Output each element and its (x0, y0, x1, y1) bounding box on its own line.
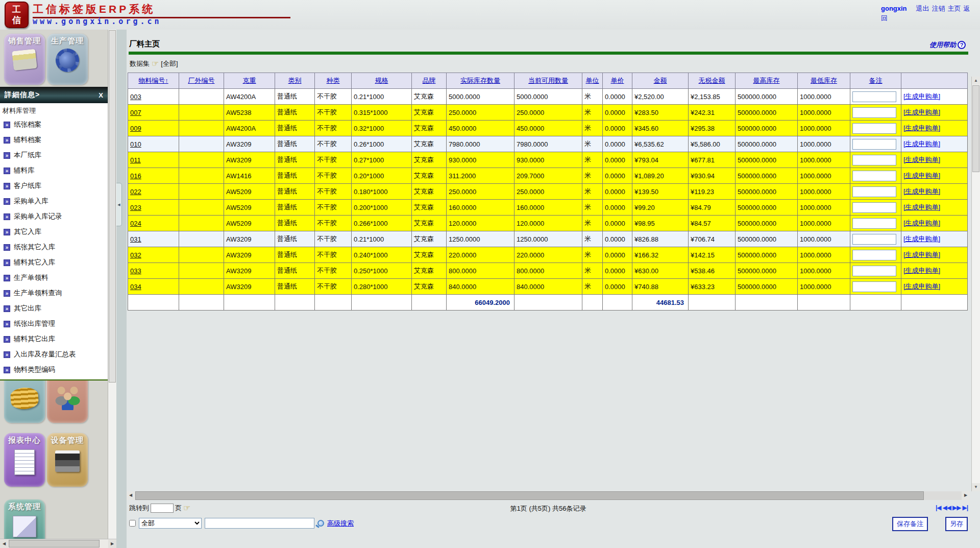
column-header[interactable]: 备注 (850, 73, 901, 89)
close-icon[interactable]: X (99, 91, 104, 99)
remark-input[interactable] (852, 266, 896, 276)
sidebar-item[interactable]: »其它入库 (0, 224, 108, 240)
sidebar-item[interactable]: »本厂纸库 (0, 148, 108, 163)
column-header[interactable]: 单价 (603, 73, 632, 89)
column-header[interactable]: 类别 (275, 73, 315, 89)
generate-purchase-request-link[interactable]: [生成申购单] (903, 156, 940, 163)
sidebar-item[interactable]: »纸张档案 (0, 117, 108, 132)
top-link[interactable]: 注销 (932, 5, 945, 12)
sidebar-item[interactable]: »物料类型编码 (0, 362, 108, 377)
remark-input[interactable] (852, 139, 896, 150)
material-id-link[interactable]: 023 (130, 204, 141, 211)
column-header[interactable]: 最高库存 (736, 73, 798, 89)
search-input[interactable] (205, 518, 314, 529)
generate-purchase-request-link[interactable]: [生成申购单] (903, 92, 940, 100)
generate-purchase-request-link[interactable]: [生成申购单] (903, 172, 940, 179)
remark-input[interactable] (852, 171, 896, 181)
generate-purchase-request-link[interactable]: [生成申购单] (903, 187, 940, 195)
column-header[interactable]: 金额 (632, 73, 689, 89)
panel-splitter[interactable]: ◀ (116, 30, 127, 548)
sidebar-item[interactable]: »其它出库 (0, 301, 108, 316)
main-hscroll-thumb[interactable] (135, 491, 924, 500)
remark-input[interactable] (852, 202, 896, 213)
sidebar-item[interactable]: »辅料库 (0, 163, 108, 178)
top-link[interactable]: 退出 (916, 5, 929, 12)
column-header[interactable]: 克重 (224, 73, 275, 89)
main-scroll-right-icon[interactable]: ▶ (962, 491, 970, 500)
material-id-link[interactable]: 010 (130, 140, 141, 148)
material-id-link[interactable]: 022 (130, 188, 141, 196)
column-header[interactable]: 物料编号↑ (128, 73, 179, 89)
tile-device-management[interactable]: 设备管理 (47, 433, 88, 487)
remark-input[interactable] (852, 123, 896, 134)
material-id-link[interactable]: 007 (130, 109, 141, 116)
material-id-link[interactable]: 032 (130, 251, 141, 259)
main-vertical-scrollbar[interactable]: ▲ ▼ (971, 77, 980, 491)
collapse-sidebar-icon[interactable]: ◀ (116, 183, 122, 226)
generate-purchase-request-link[interactable]: [生成申购单] (903, 235, 940, 243)
pointing-hand-icon[interactable]: ☞ (183, 505, 190, 512)
sidebar-hscroll-thumb[interactable] (9, 540, 100, 547)
remark-input[interactable] (852, 91, 896, 102)
remark-input[interactable] (852, 155, 896, 165)
material-id-link[interactable]: 034 (130, 283, 141, 291)
sidebar-item[interactable]: »辅料其它出库 (0, 331, 108, 347)
column-header[interactable]: 最低库存 (798, 73, 850, 89)
tile-sales-management[interactable]: 销售管理 (4, 34, 45, 85)
main-scroll-down-icon[interactable]: ▼ (972, 483, 980, 491)
filter-select[interactable]: 全部 (139, 518, 202, 529)
question-mark-icon[interactable]: ? (958, 41, 966, 49)
sidebar-item[interactable]: »辅料其它入库 (0, 255, 108, 270)
material-id-link[interactable]: 016 (130, 172, 141, 180)
prev-page-icon[interactable]: ◀◀ (942, 504, 950, 511)
sidebar-item[interactable]: »生产单领料查询 (0, 285, 108, 301)
column-header[interactable]: 单位 (582, 73, 603, 89)
sidebar-item[interactable]: »客户纸库 (0, 178, 108, 194)
column-header[interactable]: 种类 (315, 73, 352, 89)
material-id-link[interactable]: 009 (130, 125, 141, 132)
first-page-icon[interactable]: |◀ (936, 504, 941, 511)
material-id-link[interactable]: 003 (130, 93, 141, 101)
material-id-link[interactable]: 011 (130, 156, 141, 164)
sidebar-scroll-right-icon[interactable]: ▶ (108, 540, 116, 548)
generate-purchase-request-link[interactable]: [生成申购单] (903, 140, 940, 148)
next-page-icon[interactable]: ▶▶ (952, 504, 961, 511)
material-id-link[interactable]: 033 (130, 267, 141, 275)
help-link[interactable]: 使用帮助 (929, 40, 956, 50)
sidebar-scroll-left-icon[interactable]: ◀ (0, 540, 8, 548)
search-icon[interactable] (317, 520, 324, 527)
material-id-link[interactable]: 024 (130, 220, 141, 227)
tile-production-management[interactable]: 生产管理 (47, 34, 88, 85)
save-note-button[interactable]: 保存备注 (892, 517, 928, 531)
column-header[interactable]: 实际库存数量 (447, 73, 514, 89)
remark-input[interactable] (852, 234, 896, 245)
column-header[interactable]: 厂外编号 (179, 73, 224, 89)
remark-input[interactable] (852, 107, 896, 118)
pointing-hand-icon[interactable]: ☞ (152, 60, 159, 67)
generate-purchase-request-link[interactable]: [生成申购单] (903, 267, 940, 274)
remark-input[interactable] (852, 186, 896, 197)
search-checkbox[interactable] (129, 520, 136, 527)
sidebar-item[interactable]: »采购单入库 (0, 194, 108, 209)
main-horizontal-scrollbar[interactable]: ◀ ▶ (127, 491, 970, 500)
sidebar-item[interactable]: »纸张其它入库 (0, 240, 108, 255)
generate-purchase-request-link[interactable]: [生成申购单] (903, 251, 940, 258)
main-scroll-up-icon[interactable]: ▲ (972, 77, 980, 85)
remark-input[interactable] (852, 218, 896, 229)
advanced-search-link[interactable]: 高级搜索 (327, 519, 354, 528)
sidebar-item[interactable]: »入出库及存量汇总表 (0, 347, 108, 362)
remark-input[interactable] (852, 281, 896, 292)
sidebar-item[interactable]: »纸张出库管理 (0, 316, 108, 331)
column-header[interactable]: 当前可用数量 (514, 73, 582, 89)
sidebar-vertical-scrollbar[interactable] (108, 30, 116, 539)
sidebar-item[interactable]: »生产单领料 (0, 270, 108, 285)
generate-purchase-request-link[interactable]: [生成申购单] (903, 203, 940, 211)
generate-purchase-request-link[interactable]: [生成申购单] (903, 219, 940, 227)
generate-purchase-request-link[interactable]: [生成申购单] (903, 282, 940, 290)
tile-report-center[interactable]: 报表中心 (4, 433, 45, 487)
main-scroll-left-icon[interactable]: ◀ (127, 491, 135, 500)
top-link[interactable]: 主页 (948, 5, 961, 12)
column-header[interactable]: 品牌 (412, 73, 447, 89)
save-as-button[interactable]: 另存 (945, 517, 968, 531)
sidebar-vscroll-thumb[interactable] (109, 30, 116, 383)
